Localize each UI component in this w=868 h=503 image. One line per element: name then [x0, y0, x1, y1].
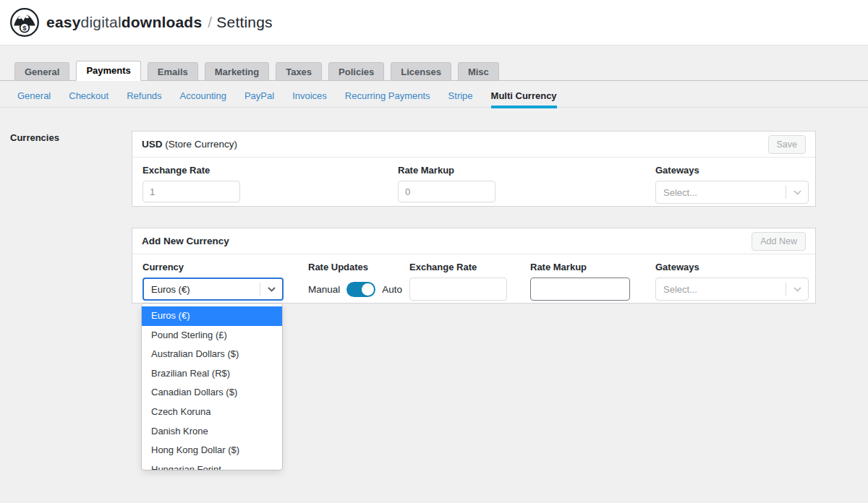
chevron-down-icon: [260, 287, 282, 292]
add-gateways-select[interactable]: Select...: [655, 278, 809, 301]
currency-option-euros[interactable]: Euros (€): [142, 306, 282, 326]
brand-downloads: downloads: [122, 14, 202, 30]
store-rate-markup-field: Rate Markup: [398, 165, 495, 202]
tab-licenses[interactable]: Licenses: [391, 62, 451, 81]
breadcrumb-separator: /: [208, 14, 212, 30]
tab-misc[interactable]: Misc: [458, 62, 499, 81]
store-currency-panel-body: Exchange Rate Rate Markup Gateways Selec…: [132, 158, 815, 207]
store-gateways-label: Gateways: [655, 165, 809, 176]
settings-tab-bar: General Payments Emails Marketing Taxes …: [0, 61, 868, 81]
currency-option-pound-sterling[interactable]: Pound Sterling (£): [142, 326, 282, 345]
svg-text:$: $: [22, 24, 27, 32]
store-gateways-placeholder: Select...: [663, 187, 697, 198]
tab-policies[interactable]: Policies: [328, 62, 384, 81]
store-currency-panel: USD (Store Currency) Save Exchange Rate …: [132, 131, 816, 207]
add-gateways-label: Gateways: [655, 262, 809, 272]
add-exchange-rate-field: Exchange Rate: [409, 262, 507, 301]
add-rate-markup-label: Rate Markup: [530, 262, 630, 272]
subtab-stripe[interactable]: Stripe: [448, 84, 473, 107]
currency-select[interactable]: Euros (€): [142, 278, 284, 301]
currencies-section-label: Currencies: [10, 132, 59, 143]
currency-label: Currency: [142, 262, 284, 272]
rate-updates-field: Rate Updates Manual Auto: [308, 262, 402, 297]
add-new-currency-panel-header: Add New Currency Add New: [132, 228, 815, 254]
tab-taxes[interactable]: Taxes: [276, 62, 322, 81]
add-new-currency-panel: Add New Currency Add New Currency Euros …: [132, 228, 816, 304]
store-exchange-rate-label: Exchange Rate: [142, 165, 240, 176]
brand-title: easydigitaldownloads/Settings: [46, 14, 273, 31]
store-exchange-rate-input[interactable]: [142, 181, 240, 202]
rate-updates-toggle-row: Manual Auto: [308, 282, 402, 297]
rate-updates-label: Rate Updates: [308, 262, 402, 272]
page-title: Settings: [216, 14, 272, 30]
subtab-accounting[interactable]: Accounting: [180, 84, 226, 107]
currency-option-czech-koruna[interactable]: Czech Koruna: [142, 403, 282, 422]
add-exchange-rate-label: Exchange Rate: [409, 262, 507, 272]
currency-dropdown-menu: Euros (€) Pound Sterling (£) Australian …: [142, 304, 282, 470]
subtab-paypal[interactable]: PayPal: [244, 84, 274, 107]
currency-field: Currency Euros (€): [142, 262, 284, 301]
store-gateways-field: Gateways Select...: [655, 165, 809, 204]
store-currency-panel-header: USD (Store Currency) Save: [132, 132, 815, 158]
add-gateways-field: Gateways Select...: [655, 262, 809, 301]
subtab-refunds[interactable]: Refunds: [127, 84, 161, 107]
tab-marketing[interactable]: Marketing: [205, 62, 269, 81]
store-rate-markup-label: Rate Markup: [398, 165, 495, 176]
add-gateways-placeholder: Select...: [663, 284, 697, 295]
app-header: $ easydigitaldownloads/Settings: [0, 0, 868, 46]
tab-general[interactable]: General: [14, 62, 69, 81]
store-currency-title: USD (Store Currency): [142, 139, 237, 150]
rate-updates-toggle[interactable]: [346, 282, 375, 297]
subtab-checkout[interactable]: Checkout: [69, 84, 109, 107]
subtab-invoices[interactable]: Invoices: [292, 84, 327, 107]
save-button[interactable]: Save: [768, 135, 807, 154]
chevron-down-icon: [786, 287, 808, 292]
store-currency-code: USD: [142, 139, 163, 150]
currency-option-canadian-dollars[interactable]: Canadian Dollars ($): [142, 383, 282, 403]
rate-updates-auto-label: Auto: [382, 284, 402, 295]
add-exchange-rate-input[interactable]: [409, 278, 507, 301]
rate-updates-manual-label: Manual: [308, 284, 340, 295]
currency-select-value: Euros (€): [151, 284, 190, 295]
currency-option-hong-kong-dollar[interactable]: Hong Kong Dollar ($): [142, 441, 282, 460]
currency-option-danish-krone[interactable]: Danish Krone: [142, 422, 282, 442]
store-currency-suffix: (Store Currency): [165, 139, 237, 150]
add-new-currency-title: Add New Currency: [142, 236, 229, 246]
add-rate-markup-input[interactable]: [530, 278, 630, 301]
add-new-button[interactable]: Add New: [752, 232, 806, 251]
store-exchange-rate-field: Exchange Rate: [142, 165, 240, 202]
currency-option-hungarian-forint[interactable]: Hungarian Forint: [142, 460, 282, 470]
toggle-knob: [362, 283, 374, 296]
brand-easy: easy: [46, 14, 81, 30]
payments-subtab-bar: General Checkout Refunds Accounting PayP…: [0, 84, 868, 108]
subtab-multi-currency[interactable]: Multi Currency: [491, 84, 557, 108]
brand-digital: digital: [81, 14, 122, 30]
tab-emails[interactable]: Emails: [148, 62, 198, 81]
chevron-down-icon: [786, 190, 808, 195]
add-rate-markup-field: Rate Markup: [530, 262, 630, 301]
store-gateways-select[interactable]: Select...: [655, 181, 809, 204]
tab-payments[interactable]: Payments: [76, 61, 140, 81]
store-rate-markup-input[interactable]: [398, 181, 495, 202]
currency-option-australian-dollars[interactable]: Australian Dollars ($): [142, 345, 282, 364]
subtab-recurring-payments[interactable]: Recurring Payments: [345, 84, 430, 107]
subtab-general[interactable]: General: [17, 84, 51, 107]
add-new-currency-panel-body: Currency Euros (€) Rate Updates Manual A…: [132, 254, 815, 304]
currency-option-brazilian-real[interactable]: Brazilian Real (R$): [142, 364, 282, 384]
edd-logo-icon: $: [9, 7, 40, 38]
edd-settings-page: { "header": { "brand_easy": "easy", "bra…: [0, 0, 868, 503]
